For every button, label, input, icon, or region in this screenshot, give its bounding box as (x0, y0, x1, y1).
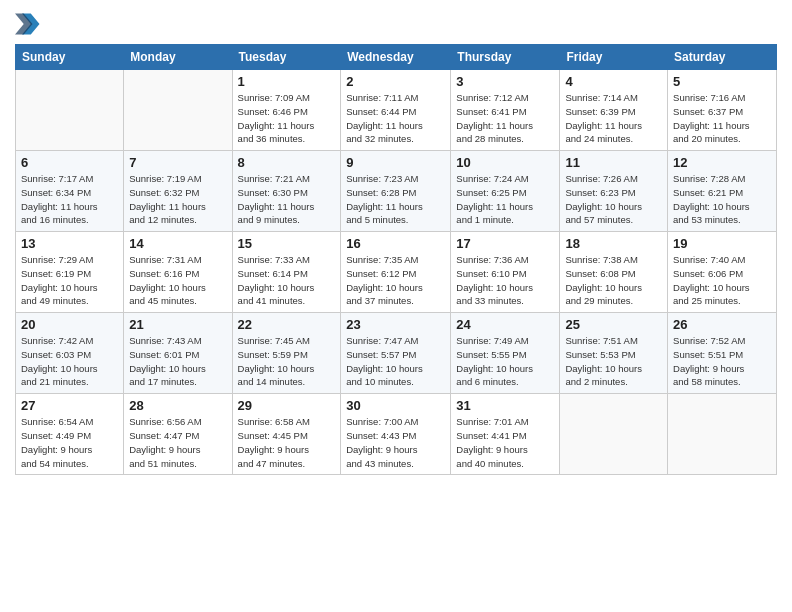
day-number: 25 (565, 317, 662, 332)
day-info: Sunrise: 7:17 AM Sunset: 6:34 PM Dayligh… (21, 172, 118, 227)
calendar-cell: 26Sunrise: 7:52 AM Sunset: 5:51 PM Dayli… (668, 313, 777, 394)
calendar-cell: 20Sunrise: 7:42 AM Sunset: 6:03 PM Dayli… (16, 313, 124, 394)
calendar-cell: 29Sunrise: 6:58 AM Sunset: 4:45 PM Dayli… (232, 394, 341, 475)
weekday-header-row: SundayMondayTuesdayWednesdayThursdayFrid… (16, 45, 777, 70)
day-info: Sunrise: 7:12 AM Sunset: 6:41 PM Dayligh… (456, 91, 554, 146)
calendar-cell (668, 394, 777, 475)
calendar-cell: 21Sunrise: 7:43 AM Sunset: 6:01 PM Dayli… (124, 313, 232, 394)
day-info: Sunrise: 7:21 AM Sunset: 6:30 PM Dayligh… (238, 172, 336, 227)
day-info: Sunrise: 7:23 AM Sunset: 6:28 PM Dayligh… (346, 172, 445, 227)
calendar-cell: 16Sunrise: 7:35 AM Sunset: 6:12 PM Dayli… (341, 232, 451, 313)
day-number: 31 (456, 398, 554, 413)
calendar-cell: 30Sunrise: 7:00 AM Sunset: 4:43 PM Dayli… (341, 394, 451, 475)
day-number: 5 (673, 74, 771, 89)
calendar-cell: 14Sunrise: 7:31 AM Sunset: 6:16 PM Dayli… (124, 232, 232, 313)
calendar-cell: 27Sunrise: 6:54 AM Sunset: 4:49 PM Dayli… (16, 394, 124, 475)
day-number: 11 (565, 155, 662, 170)
calendar-cell: 9Sunrise: 7:23 AM Sunset: 6:28 PM Daylig… (341, 151, 451, 232)
day-number: 16 (346, 236, 445, 251)
weekday-header: Sunday (16, 45, 124, 70)
day-number: 12 (673, 155, 771, 170)
day-number: 6 (21, 155, 118, 170)
calendar-week-row: 13Sunrise: 7:29 AM Sunset: 6:19 PM Dayli… (16, 232, 777, 313)
day-info: Sunrise: 7:51 AM Sunset: 5:53 PM Dayligh… (565, 334, 662, 389)
day-info: Sunrise: 7:49 AM Sunset: 5:55 PM Dayligh… (456, 334, 554, 389)
weekday-header: Tuesday (232, 45, 341, 70)
weekday-header: Monday (124, 45, 232, 70)
day-info: Sunrise: 6:56 AM Sunset: 4:47 PM Dayligh… (129, 415, 226, 470)
calendar-cell: 24Sunrise: 7:49 AM Sunset: 5:55 PM Dayli… (451, 313, 560, 394)
calendar-cell (124, 70, 232, 151)
day-number: 21 (129, 317, 226, 332)
day-number: 2 (346, 74, 445, 89)
calendar-cell: 8Sunrise: 7:21 AM Sunset: 6:30 PM Daylig… (232, 151, 341, 232)
day-info: Sunrise: 7:00 AM Sunset: 4:43 PM Dayligh… (346, 415, 445, 470)
day-number: 19 (673, 236, 771, 251)
calendar-cell: 5Sunrise: 7:16 AM Sunset: 6:37 PM Daylig… (668, 70, 777, 151)
calendar-cell: 4Sunrise: 7:14 AM Sunset: 6:39 PM Daylig… (560, 70, 668, 151)
day-info: Sunrise: 7:09 AM Sunset: 6:46 PM Dayligh… (238, 91, 336, 146)
calendar-cell (16, 70, 124, 151)
day-info: Sunrise: 7:31 AM Sunset: 6:16 PM Dayligh… (129, 253, 226, 308)
day-number: 28 (129, 398, 226, 413)
day-info: Sunrise: 6:58 AM Sunset: 4:45 PM Dayligh… (238, 415, 336, 470)
day-info: Sunrise: 7:40 AM Sunset: 6:06 PM Dayligh… (673, 253, 771, 308)
day-number: 23 (346, 317, 445, 332)
calendar-week-row: 27Sunrise: 6:54 AM Sunset: 4:49 PM Dayli… (16, 394, 777, 475)
day-info: Sunrise: 7:28 AM Sunset: 6:21 PM Dayligh… (673, 172, 771, 227)
day-number: 29 (238, 398, 336, 413)
day-number: 1 (238, 74, 336, 89)
calendar-cell: 11Sunrise: 7:26 AM Sunset: 6:23 PM Dayli… (560, 151, 668, 232)
day-number: 22 (238, 317, 336, 332)
calendar-cell: 23Sunrise: 7:47 AM Sunset: 5:57 PM Dayli… (341, 313, 451, 394)
weekday-header: Thursday (451, 45, 560, 70)
day-number: 24 (456, 317, 554, 332)
day-info: Sunrise: 7:47 AM Sunset: 5:57 PM Dayligh… (346, 334, 445, 389)
day-info: Sunrise: 7:24 AM Sunset: 6:25 PM Dayligh… (456, 172, 554, 227)
day-info: Sunrise: 7:16 AM Sunset: 6:37 PM Dayligh… (673, 91, 771, 146)
calendar-cell: 18Sunrise: 7:38 AM Sunset: 6:08 PM Dayli… (560, 232, 668, 313)
day-number: 27 (21, 398, 118, 413)
calendar-cell: 17Sunrise: 7:36 AM Sunset: 6:10 PM Dayli… (451, 232, 560, 313)
weekday-header: Wednesday (341, 45, 451, 70)
day-number: 15 (238, 236, 336, 251)
calendar-cell: 10Sunrise: 7:24 AM Sunset: 6:25 PM Dayli… (451, 151, 560, 232)
day-number: 4 (565, 74, 662, 89)
day-info: Sunrise: 7:29 AM Sunset: 6:19 PM Dayligh… (21, 253, 118, 308)
day-info: Sunrise: 7:26 AM Sunset: 6:23 PM Dayligh… (565, 172, 662, 227)
day-number: 7 (129, 155, 226, 170)
calendar-cell: 31Sunrise: 7:01 AM Sunset: 4:41 PM Dayli… (451, 394, 560, 475)
day-info: Sunrise: 7:19 AM Sunset: 6:32 PM Dayligh… (129, 172, 226, 227)
calendar-cell: 12Sunrise: 7:28 AM Sunset: 6:21 PM Dayli… (668, 151, 777, 232)
day-number: 20 (21, 317, 118, 332)
calendar-cell: 6Sunrise: 7:17 AM Sunset: 6:34 PM Daylig… (16, 151, 124, 232)
calendar-week-row: 20Sunrise: 7:42 AM Sunset: 6:03 PM Dayli… (16, 313, 777, 394)
day-number: 30 (346, 398, 445, 413)
calendar-cell: 3Sunrise: 7:12 AM Sunset: 6:41 PM Daylig… (451, 70, 560, 151)
day-number: 13 (21, 236, 118, 251)
day-info: Sunrise: 6:54 AM Sunset: 4:49 PM Dayligh… (21, 415, 118, 470)
logo-icon (15, 10, 43, 38)
calendar-cell: 1Sunrise: 7:09 AM Sunset: 6:46 PM Daylig… (232, 70, 341, 151)
day-number: 8 (238, 155, 336, 170)
day-info: Sunrise: 7:52 AM Sunset: 5:51 PM Dayligh… (673, 334, 771, 389)
logo (15, 10, 47, 38)
calendar-cell: 19Sunrise: 7:40 AM Sunset: 6:06 PM Dayli… (668, 232, 777, 313)
day-number: 9 (346, 155, 445, 170)
calendar-cell: 13Sunrise: 7:29 AM Sunset: 6:19 PM Dayli… (16, 232, 124, 313)
day-info: Sunrise: 7:11 AM Sunset: 6:44 PM Dayligh… (346, 91, 445, 146)
day-info: Sunrise: 7:36 AM Sunset: 6:10 PM Dayligh… (456, 253, 554, 308)
day-info: Sunrise: 7:35 AM Sunset: 6:12 PM Dayligh… (346, 253, 445, 308)
day-number: 14 (129, 236, 226, 251)
page-header (15, 10, 777, 38)
calendar-cell: 7Sunrise: 7:19 AM Sunset: 6:32 PM Daylig… (124, 151, 232, 232)
weekday-header: Friday (560, 45, 668, 70)
day-info: Sunrise: 7:42 AM Sunset: 6:03 PM Dayligh… (21, 334, 118, 389)
day-number: 26 (673, 317, 771, 332)
day-info: Sunrise: 7:33 AM Sunset: 6:14 PM Dayligh… (238, 253, 336, 308)
calendar-cell: 22Sunrise: 7:45 AM Sunset: 5:59 PM Dayli… (232, 313, 341, 394)
calendar-cell: 25Sunrise: 7:51 AM Sunset: 5:53 PM Dayli… (560, 313, 668, 394)
day-info: Sunrise: 7:01 AM Sunset: 4:41 PM Dayligh… (456, 415, 554, 470)
day-number: 17 (456, 236, 554, 251)
calendar-week-row: 6Sunrise: 7:17 AM Sunset: 6:34 PM Daylig… (16, 151, 777, 232)
